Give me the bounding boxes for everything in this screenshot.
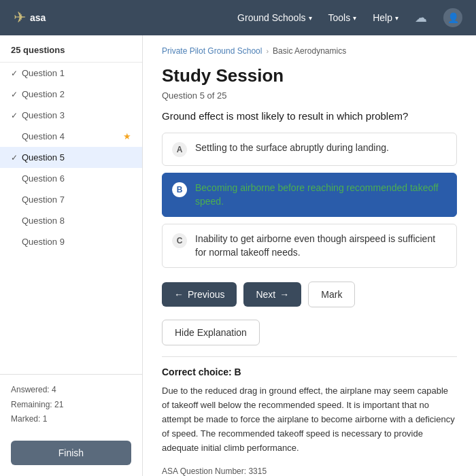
explanation-text: Due to the reduced drag in ground effect…: [162, 384, 457, 455]
sidebar-item-q9[interactable]: ✓ Question 9: [0, 231, 142, 252]
sidebar-question-label: Question 3: [22, 110, 65, 120]
sidebar-question-label: Question 5: [22, 152, 65, 163]
hide-explanation-button[interactable]: Hide Explanation: [162, 320, 260, 345]
star-icon: ★: [123, 131, 131, 141]
sidebar-question-label: Question 9: [22, 237, 65, 247]
meta-info: ASA Question Number: 3315 Category: ALL …: [162, 464, 457, 476]
answer-option-c[interactable]: C Inability to get airborne even though …: [162, 224, 457, 268]
check-icon: ✓: [11, 69, 18, 78]
nav-help[interactable]: Help ▾: [373, 12, 398, 23]
sidebar-question-label: Question 8: [22, 216, 65, 226]
finish-button[interactable]: Finish: [11, 441, 131, 465]
navigation-buttons: Previous Next Mark: [162, 282, 457, 307]
chevron-down-icon: ▾: [395, 14, 398, 22]
nav-help-label: Help: [373, 12, 392, 23]
user-avatar[interactable]: 👤: [443, 8, 462, 27]
answer-label-b: B: [172, 182, 187, 197]
meta-question-number: ASA Question Number: 3315: [162, 464, 457, 476]
sidebar: 25 questions ✓ Question 1 ✓ Question 2 ✓…: [0, 35, 143, 476]
logo: ✈ asa: [14, 9, 46, 27]
mark-button[interactable]: Mark: [308, 282, 355, 307]
sidebar-item-q8[interactable]: ✓ Question 8: [0, 210, 142, 231]
answer-text-b: Becoming airborne before reaching recomm…: [195, 182, 447, 208]
stat-marked: Marked: 1: [11, 412, 131, 427]
check-icon: ✓: [11, 153, 18, 163]
answer-text-c: Inability to get airborne even though ai…: [195, 233, 447, 259]
page-title: Study Session: [162, 65, 457, 86]
header-nav: Ground Schools ▾ Tools ▾ Help ▾ ☁ 👤: [237, 8, 462, 27]
previous-label: Previous: [188, 289, 224, 300]
sidebar-questions: ✓ Question 1 ✓ Question 2 ✓ Question 3 ✓…: [0, 63, 142, 374]
answer-option-a[interactable]: A Settling to the surface abruptly durin…: [162, 133, 457, 166]
chevron-down-icon: ▾: [353, 14, 356, 22]
check-icon: ✓: [11, 90, 18, 99]
sidebar-question-label: Question 6: [22, 173, 65, 184]
sidebar-question-label: Question 4: [22, 131, 65, 141]
previous-button[interactable]: Previous: [162, 282, 237, 307]
next-button[interactable]: Next: [243, 282, 301, 307]
check-icon: ✓: [11, 111, 18, 120]
sidebar-stats: Answered: 4 Remaining: 21 Marked: 1: [0, 374, 142, 435]
breadcrumb: Private Pilot Ground School › Basic Aero…: [162, 46, 457, 56]
main-layout: 25 questions ✓ Question 1 ✓ Question 2 ✓…: [0, 35, 476, 476]
cloud-sync-icon: ☁: [415, 10, 427, 25]
stat-remaining: Remaining: 21: [11, 398, 131, 413]
sidebar-item-q5[interactable]: ✓ Question 5: [0, 147, 142, 168]
nav-ground-schools[interactable]: Ground Schools ▾: [237, 12, 311, 23]
correct-choice: Correct choice: B: [162, 367, 457, 377]
nav-tools[interactable]: Tools ▾: [328, 12, 357, 23]
answers-list: A Settling to the surface abruptly durin…: [162, 133, 457, 268]
nav-tools-label: Tools: [328, 12, 351, 23]
breadcrumb-current: Basic Aerodynamics: [273, 46, 346, 56]
question-text: Ground effect is most likely to result i…: [162, 110, 457, 122]
sidebar-header: 25 questions: [0, 35, 142, 63]
sidebar-question-label: Question 2: [22, 89, 65, 99]
answer-label-c: C: [172, 233, 187, 248]
next-label: Next: [256, 289, 275, 300]
logo-wings-icon: ✈: [14, 9, 24, 27]
breadcrumb-separator: ›: [266, 47, 269, 55]
sidebar-question-label: Question 1: [22, 68, 65, 78]
sidebar-item-q1[interactable]: ✓ Question 1: [0, 63, 142, 84]
arrow-left-icon: [174, 289, 184, 300]
answer-option-b[interactable]: B Becoming airborne before reaching reco…: [162, 173, 457, 217]
sidebar-item-q3[interactable]: ✓ Question 3: [0, 105, 142, 126]
chevron-down-icon: ▾: [309, 14, 312, 22]
sidebar-item-q4[interactable]: ✓ Question 4 ★: [0, 126, 142, 147]
answer-text-a: Settling to the surface abruptly during …: [195, 141, 389, 155]
breadcrumb-parent[interactable]: Private Pilot Ground School: [162, 46, 262, 56]
sidebar-item-q2[interactable]: ✓ Question 2: [0, 84, 142, 105]
sidebar-item-q6[interactable]: ✓ Question 6: [0, 168, 142, 189]
content-area: Private Pilot Ground School › Basic Aero…: [143, 35, 476, 476]
header: ✈ asa Ground Schools ▾ Tools ▾ Help ▾ ☁ …: [0, 0, 476, 35]
logo-text: asa: [30, 12, 46, 23]
sidebar-question-label: Question 7: [22, 194, 65, 205]
sidebar-item-q7[interactable]: ✓ Question 7: [0, 189, 142, 210]
question-counter: Question 5 of 25: [162, 90, 457, 101]
nav-ground-schools-label: Ground Schools: [237, 12, 305, 23]
answer-label-a: A: [172, 142, 187, 157]
stat-answered: Answered: 4: [11, 383, 131, 398]
arrow-right-icon: [279, 289, 289, 300]
divider: [162, 356, 457, 357]
